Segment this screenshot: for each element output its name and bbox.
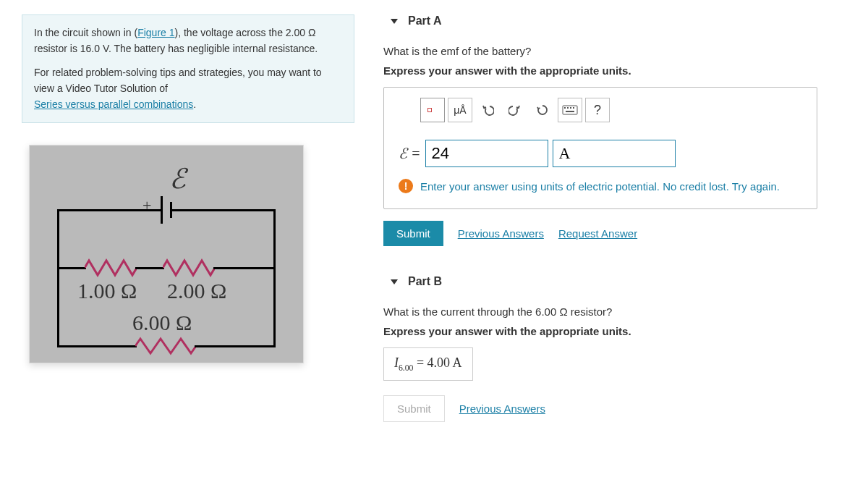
reset-button[interactable] [530,98,555,122]
keyboard-icon [562,105,578,115]
svg-rect-1 [564,107,566,109]
tutor-link[interactable]: Series versus parallel combinations [34,98,193,110]
part-a-title: Part A [408,14,442,28]
part-b-question: What is the current through the 6.00 Ω r… [383,305,817,318]
chevron-down-icon [391,279,398,284]
undo-button[interactable] [475,98,500,122]
part-b-instruction: Express your answer with the appropriate… [383,325,817,337]
figure-link[interactable]: Figure 1 [137,27,174,38]
redo-button[interactable] [503,98,527,122]
unit-input[interactable] [553,140,676,167]
feedback-text: Enter your answer using units of electri… [420,179,780,194]
chevron-down-icon [391,19,398,24]
battery-plus: + [142,196,151,215]
part-b-title: Part B [408,275,442,288]
resistor-r3-icon [135,337,196,355]
part-a-question: What is the emf of the battery? [383,45,817,57]
answer-panel-a: μÅ ? ℰ = ! [383,87,817,209]
svg-rect-5 [566,111,574,112]
r2-label: 2.00 Ω [164,279,229,303]
intro-text-1: In the circuit shown in ( [34,27,137,38]
reset-icon [536,104,549,117]
previous-answers-link-b[interactable]: Previous Answers [459,402,545,415]
result-sub: 6.00 [399,363,413,373]
help-button[interactable]: ? [585,98,610,122]
r1-label: 1.00 Ω [75,279,140,303]
resistor-r2-icon [163,258,215,277]
resistor-r1-icon [85,258,137,277]
warning-icon: ! [399,179,413,193]
value-input[interactable] [425,140,548,167]
result-val: 4.00 A [427,355,462,370]
undo-icon [481,104,494,117]
problem-statement: In the circuit shown in (Figure 1), the … [22,14,354,123]
svg-rect-4 [573,107,574,109]
previous-answers-link-a[interactable]: Previous Answers [458,227,544,240]
svg-rect-3 [570,107,571,109]
emf-variable-label: ℰ = [399,145,421,162]
request-answer-link[interactable]: Request Answer [558,227,637,240]
part-b-result: I6.00 = 4.00 A [383,347,473,381]
templates-button[interactable] [420,98,445,122]
r3-label: 6.00 Ω [129,311,195,335]
units-button[interactable]: μÅ [448,98,472,122]
part-a-header[interactable]: Part A [383,14,817,28]
submit-button-a[interactable]: Submit [383,221,443,246]
svg-rect-2 [567,107,569,109]
tips-suffix: . [193,98,196,110]
emf-label: ℰ [169,163,186,195]
tips-text: For related problem-solving tips and str… [34,67,322,94]
svg-rect-0 [563,106,577,114]
part-a-instruction: Express your answer with the appropriate… [383,64,817,77]
result-eq: = [413,355,427,370]
submit-button-b: Submit [383,395,445,422]
redo-icon [509,104,522,117]
part-b-header[interactable]: Part B [383,275,817,288]
circuit-figure: ℰ + 1.00 Ω 2.00 Ω 6.00 Ω [29,145,304,363]
keyboard-button[interactable] [558,98,582,122]
